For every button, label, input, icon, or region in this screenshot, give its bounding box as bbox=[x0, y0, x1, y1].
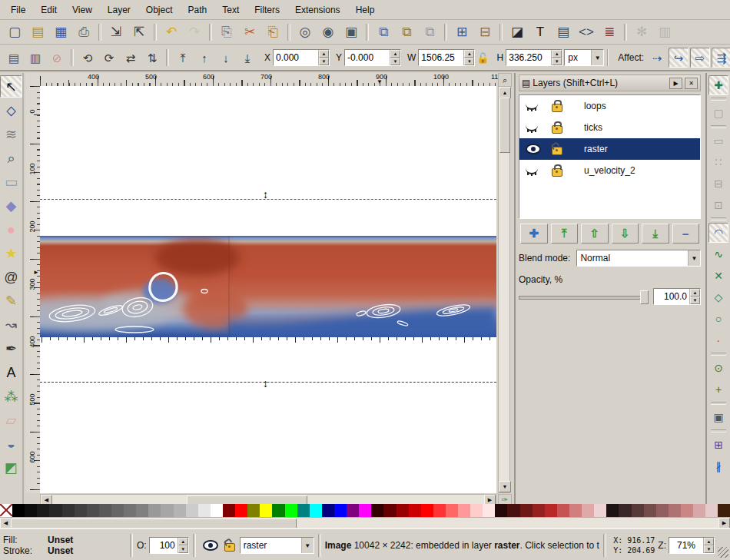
new-layer-button[interactable]: ✚ bbox=[520, 224, 548, 244]
palette-swatch[interactable] bbox=[186, 504, 198, 517]
pencil-tool[interactable]: ✎ bbox=[0, 290, 22, 312]
ellipse-tool[interactable]: ● bbox=[0, 218, 22, 240]
lower-to-bottom-button[interactable]: ⤓ bbox=[237, 48, 257, 68]
delete-layer-button[interactable]: − bbox=[672, 224, 700, 244]
fill-stroke-dialog-button[interactable]: ◪ bbox=[506, 22, 528, 43]
menu-layer[interactable]: Layer bbox=[100, 2, 138, 18]
palette-swatch[interactable] bbox=[87, 504, 99, 517]
tweak-tool[interactable]: ≋ bbox=[0, 123, 22, 145]
new-document-button[interactable]: ▢ bbox=[4, 22, 25, 43]
spin-up-icon[interactable]: ▲ bbox=[552, 50, 562, 58]
palette-swatch[interactable] bbox=[75, 504, 87, 517]
opacity-field[interactable]: ▲▼ bbox=[653, 288, 701, 305]
h-spin-arrows[interactable]: ▲▼ bbox=[551, 50, 562, 65]
opacity-slider[interactable] bbox=[519, 290, 649, 303]
palette-swatch[interactable] bbox=[507, 504, 519, 517]
object-opacity-input[interactable] bbox=[150, 540, 178, 551]
w-spin-arrows[interactable]: ▲▼ bbox=[463, 50, 474, 65]
layer-row[interactable]: loops bbox=[519, 95, 700, 117]
zoom-spin-arrows[interactable]: ▲▼ bbox=[703, 538, 714, 553]
palette-swatch[interactable] bbox=[656, 504, 669, 517]
undo-button[interactable]: ↶ bbox=[161, 22, 182, 43]
xml-editor-button[interactable]: <> bbox=[576, 22, 597, 43]
resize-grip[interactable] bbox=[718, 547, 728, 558]
snap-path-intersections-toggle[interactable]: ✕ bbox=[708, 266, 728, 286]
slider-knob[interactable] bbox=[640, 290, 649, 304]
opacity-input[interactable] bbox=[654, 291, 689, 302]
y-field[interactable]: ▲▼ bbox=[344, 49, 401, 66]
transform-stroke-toggle[interactable]: ⇢ bbox=[647, 48, 667, 68]
zoom-input[interactable] bbox=[669, 540, 703, 551]
spin-up-icon[interactable]: ▲ bbox=[178, 538, 188, 545]
palette-swatch[interactable] bbox=[211, 504, 223, 517]
scroll-down-button[interactable]: ▼ bbox=[499, 481, 511, 492]
menu-text[interactable]: Text bbox=[214, 2, 247, 18]
save-document-button[interactable]: ▦ bbox=[50, 22, 71, 43]
spiral-tool[interactable]: @ bbox=[0, 266, 22, 288]
menu-edit[interactable]: Edit bbox=[33, 2, 65, 18]
snap-object-centers-toggle[interactable]: ⊙ bbox=[708, 358, 728, 378]
eraser-tool[interactable]: ▱ bbox=[0, 409, 22, 431]
spin-down-icon[interactable]: ▼ bbox=[704, 545, 714, 553]
snap-guides-toggle[interactable]: ∦ bbox=[708, 456, 728, 476]
panel-close-button[interactable]: ✕ bbox=[685, 78, 698, 89]
menu-object[interactable]: Object bbox=[138, 2, 181, 18]
palette-swatch[interactable] bbox=[148, 504, 161, 517]
layer-visibility-toggle[interactable] bbox=[526, 167, 552, 174]
menu-help[interactable]: Help bbox=[348, 2, 383, 18]
h-input[interactable] bbox=[506, 52, 551, 63]
palette-swatch[interactable] bbox=[25, 504, 37, 517]
palette-swatch[interactable] bbox=[632, 504, 644, 517]
transform-corners-toggle[interactable]: ↪ bbox=[669, 48, 689, 68]
palette-swatch[interactable] bbox=[49, 504, 61, 517]
snap-bbox-toggle[interactable]: ▢ bbox=[708, 103, 728, 123]
selector-tool[interactable]: ↖ bbox=[0, 75, 22, 98]
y-input[interactable] bbox=[345, 52, 390, 63]
x-input[interactable] bbox=[274, 52, 318, 63]
spin-down-icon[interactable]: ▼ bbox=[690, 297, 700, 304]
palette-swatch[interactable] bbox=[669, 504, 681, 517]
scroll-right-button[interactable]: ▶ bbox=[718, 518, 730, 529]
panel-detach-button[interactable]: ▶ bbox=[669, 78, 682, 89]
palette-swatch[interactable] bbox=[136, 504, 148, 517]
palette-swatch[interactable] bbox=[533, 504, 545, 517]
duplicate-button[interactable]: ⧉ bbox=[373, 22, 394, 43]
spin-up-icon[interactable]: ▲ bbox=[690, 289, 700, 297]
palette-swatch[interactable] bbox=[619, 504, 631, 517]
palette-swatch[interactable] bbox=[322, 504, 334, 517]
paint-bucket-tool[interactable]: ◒ bbox=[0, 432, 22, 455]
raster-image[interactable] bbox=[40, 236, 496, 337]
palette-swatch[interactable] bbox=[247, 504, 260, 517]
palette-swatch[interactable] bbox=[705, 504, 718, 517]
palette-swatch[interactable] bbox=[111, 504, 124, 517]
layer-row[interactable]: u_velocity_2 bbox=[519, 160, 700, 181]
palette-swatch[interactable] bbox=[223, 504, 235, 517]
x-spin-arrows[interactable]: ▲▼ bbox=[318, 50, 329, 65]
sticky-zoom-toggle[interactable]: ⌕ bbox=[498, 73, 512, 87]
palette-swatch[interactable] bbox=[285, 504, 297, 517]
export-button[interactable]: ⇱ bbox=[128, 22, 150, 43]
palette-swatch[interactable] bbox=[681, 504, 693, 517]
palette-swatch[interactable] bbox=[409, 504, 421, 517]
y-spin-arrows[interactable]: ▲▼ bbox=[390, 50, 400, 65]
snap-bbox-edge-midpoints-toggle[interactable]: ⊟ bbox=[708, 174, 728, 194]
lower-button[interactable]: ↓ bbox=[216, 48, 236, 68]
redo-button[interactable]: ↷ bbox=[184, 22, 205, 43]
object-opacity-field[interactable]: ▲▼ bbox=[149, 537, 189, 554]
menu-filters[interactable]: Filters bbox=[247, 2, 287, 18]
snap-bbox-edges-toggle[interactable]: ▭ bbox=[708, 131, 728, 151]
horizontal-ruler[interactable]: ▼ 40050060070080090010001100 bbox=[40, 73, 496, 87]
align-dialog-button[interactable]: ≣ bbox=[599, 22, 620, 43]
layer-lock-toggle[interactable] bbox=[552, 100, 578, 112]
menu-file[interactable]: File bbox=[3, 2, 33, 18]
raise-to-top-button[interactable]: ⤒ bbox=[173, 48, 193, 68]
palette-swatch[interactable] bbox=[235, 504, 247, 517]
document-properties-button[interactable]: ▥ bbox=[654, 22, 675, 43]
palette-swatch[interactable] bbox=[383, 504, 396, 517]
group-button[interactable]: ⊞ bbox=[451, 22, 473, 43]
palette-swatch[interactable] bbox=[37, 504, 49, 517]
raise-button[interactable]: ↑ bbox=[194, 48, 214, 68]
layer-lock-status-toggle[interactable] bbox=[224, 539, 235, 552]
palette-swatch[interactable] bbox=[334, 504, 347, 517]
palette-scrollbar[interactable]: ◀ ▶ bbox=[0, 517, 730, 529]
